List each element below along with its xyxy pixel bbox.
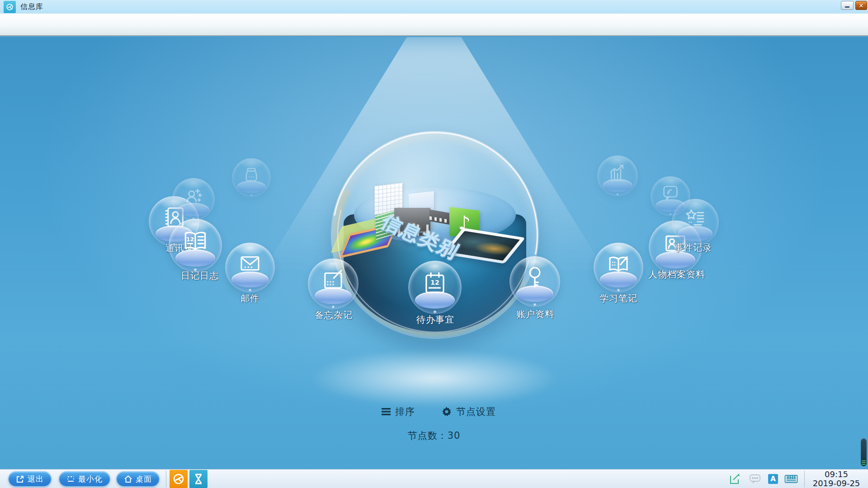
bubble-glass — [232, 158, 271, 197]
taskbar-divider — [166, 471, 166, 487]
bubble-glass — [169, 219, 222, 272]
minimize-window-icon — [66, 475, 75, 483]
system-tray: A 09:15 2019-09-25 — [728, 469, 868, 488]
bubble-highlight — [331, 305, 335, 308]
bubble-highlight — [616, 193, 619, 196]
hourglass-icon — [192, 473, 205, 485]
node-label[interactable]: 账户资料 — [516, 308, 554, 320]
tray-keyboard-button[interactable] — [784, 472, 798, 486]
node-label[interactable]: 待办事宜 — [416, 314, 454, 326]
launcher-hourglass-button[interactable] — [189, 470, 208, 488]
home-icon — [124, 475, 132, 483]
close-icon: ✕ — [859, 3, 864, 9]
taskbar-minimize-label: 最小化 — [78, 474, 103, 484]
node-label[interactable]: 学习笔记 — [599, 292, 637, 305]
launcher-logo-button[interactable] — [170, 470, 188, 488]
chat-bubble-icon — [749, 473, 761, 485]
sort-label: 排序 — [395, 405, 415, 418]
keyboard-icon — [784, 474, 798, 484]
taskbar-minimize-button[interactable]: 最小化 — [59, 471, 110, 487]
desktop-button[interactable]: 桌面 — [116, 471, 160, 487]
clock-time: 09:15 — [809, 470, 863, 479]
window-title: 信息库 — [20, 2, 43, 12]
app-logo-icon — [4, 1, 16, 13]
close-window-button[interactable]: ✕ — [855, 1, 867, 10]
bubble-glass — [651, 176, 690, 216]
node-bubble-bar-chart-trend[interactable] — [597, 155, 638, 196]
node-bubble-key[interactable] — [509, 256, 560, 307]
bubble-glass — [172, 178, 215, 221]
bubble-highlight — [533, 303, 537, 306]
app-window: 信息库 ✕ ♪ 信息类别 通 — [0, 0, 868, 488]
node-label[interactable]: 事件记录 — [674, 242, 712, 254]
node-bubble-rss-chat[interactable] — [651, 176, 690, 216]
scrollbar-thumb[interactable] — [861, 438, 867, 466]
taskbar: 退出 最小化 桌面 — [0, 469, 868, 488]
clock-date: 2019-09-25 — [809, 479, 863, 488]
node-settings-button[interactable]: 节点设置 — [441, 405, 496, 418]
node-label[interactable]: 邮件 — [241, 292, 259, 305]
bubble-glass — [594, 243, 643, 292]
minimize-icon — [845, 6, 849, 8]
node-bubble-user-sparkles[interactable] — [172, 178, 215, 221]
bubble-glass — [225, 243, 275, 292]
tray-chat-button[interactable] — [748, 472, 762, 486]
node-label[interactable]: 备忘杂记 — [315, 309, 353, 321]
node-bubble-jar[interactable] — [232, 158, 271, 197]
bubble-highlight — [669, 213, 672, 215]
clock: 09:15 2019-09-25 — [809, 470, 863, 488]
gear-icon — [441, 406, 452, 417]
desktop-label: 桌面 — [136, 474, 152, 484]
ground-glow — [307, 349, 561, 408]
exit-icon — [16, 475, 24, 483]
bubble-glass — [308, 258, 359, 309]
node-bubble-memo[interactable] — [308, 258, 359, 309]
circle-swirl-icon — [172, 472, 185, 486]
bubble-highlight — [433, 310, 437, 313]
tray-divider — [804, 471, 805, 487]
titlebar: 信息库 ✕ — [0, 0, 868, 14]
node-bubble-diary[interactable]: 12 — [169, 219, 222, 272]
bubble-glass — [509, 256, 560, 307]
tray-edit-button[interactable] — [728, 472, 742, 486]
exit-label: 退出 — [28, 474, 44, 484]
node-count-label: 节点数：30 — [0, 429, 868, 442]
bubble-glass — [408, 261, 462, 314]
bubble-highlight — [248, 289, 252, 291]
node-settings-label: 节点设置 — [456, 405, 496, 418]
node-bubble-todo-calendar[interactable]: 12 — [408, 261, 462, 314]
exit-button[interactable]: 退出 — [8, 471, 52, 487]
sort-button[interactable]: 排序 — [381, 405, 415, 418]
bottom-controls: 排序 节点设置 — [0, 405, 868, 420]
node-bubble-mail[interactable] — [225, 243, 275, 292]
bubble-highlight — [617, 289, 621, 291]
node-label[interactable]: 日记日志 — [181, 270, 219, 282]
toolbar-strip — [0, 14, 868, 36]
edit-pencil-icon — [729, 473, 741, 485]
node-label[interactable]: 人物档案资料 — [648, 268, 705, 281]
sort-menu-icon — [381, 407, 391, 416]
tray-language-badge[interactable]: A — [768, 474, 778, 484]
node-bubble-study-notes[interactable] — [594, 243, 643, 292]
main-canvas: ♪ 信息类别 通讯录12日记日志邮件备忘杂记12待办事宜账户资料学习笔记人物档案… — [0, 37, 868, 469]
bubble-glass — [597, 155, 638, 196]
minimize-window-button[interactable] — [841, 1, 854, 10]
